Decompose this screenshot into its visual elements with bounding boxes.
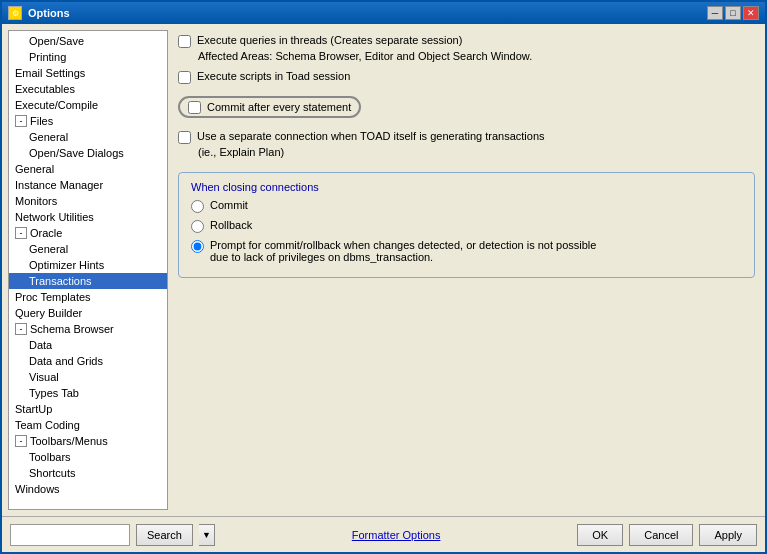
sidebar-item-shortcuts[interactable]: Shortcuts	[9, 465, 167, 481]
execute-threads-checkbox[interactable]	[178, 35, 191, 48]
sidebar-item-optimizer-hints[interactable]: Optimizer Hints	[9, 257, 167, 273]
execute-scripts-checkbox[interactable]	[178, 71, 191, 84]
sidebar-item-files-group[interactable]: -Files	[9, 113, 167, 129]
sidebar-item-open-save[interactable]: Open/Save	[9, 33, 167, 49]
sidebar-item-general-oracle[interactable]: General	[9, 241, 167, 257]
sidebar-item-oracle-group[interactable]: -Oracle	[9, 225, 167, 241]
title-controls: ─ □ ✕	[707, 6, 759, 20]
maximize-button[interactable]: □	[725, 6, 741, 20]
window-title: Options	[28, 7, 70, 19]
separate-connection-label: Use a separate connection when TOAD itse…	[197, 130, 545, 142]
sidebar-item-toolbars[interactable]: Toolbars	[9, 449, 167, 465]
title-bar: ⚙ Options ─ □ ✕	[2, 2, 765, 24]
prompt-radio[interactable]	[191, 240, 204, 253]
expand-toolbars-icon: -	[15, 435, 27, 447]
commit-every-statement-label: Commit after every statement	[207, 101, 351, 113]
sidebar-item-transactions[interactable]: Transactions	[9, 273, 167, 289]
commit-radio[interactable]	[191, 200, 204, 213]
sidebar-item-monitors[interactable]: Monitors	[9, 193, 167, 209]
title-bar-left: ⚙ Options	[8, 6, 70, 20]
rollback-radio-row: Rollback	[191, 219, 742, 233]
sidebar-item-schema-browser-group[interactable]: -Schema Browser	[9, 321, 167, 337]
search-input[interactable]	[10, 524, 130, 546]
sidebar-item-query-builder[interactable]: Query Builder	[9, 305, 167, 321]
sidebar-item-network-utilities[interactable]: Network Utilities	[9, 209, 167, 225]
cancel-button[interactable]: Cancel	[629, 524, 693, 546]
sidebar-item-data[interactable]: Data	[9, 337, 167, 353]
commit-radio-label: Commit	[210, 199, 248, 211]
sidebar-item-data-and-grids[interactable]: Data and Grids	[9, 353, 167, 369]
tree-panel: Open/Save Printing Email Settings Execut…	[8, 30, 168, 510]
sidebar-item-visual[interactable]: Visual	[9, 369, 167, 385]
commit-radio-row: Commit	[191, 199, 742, 213]
rollback-radio[interactable]	[191, 220, 204, 233]
sidebar-item-open-save-dialogs[interactable]: Open/Save Dialogs	[9, 145, 167, 161]
sidebar-item-team-coding[interactable]: Team Coding	[9, 417, 167, 433]
sidebar-item-general-files[interactable]: General	[9, 129, 167, 145]
sidebar-item-executables[interactable]: Executables	[9, 81, 167, 97]
commit-every-statement-highlighted: Commit after every statement	[178, 96, 361, 118]
sidebar-item-toolbars-menus-group[interactable]: -Toolbars/Menus	[9, 433, 167, 449]
tree-scroll: Open/Save Printing Email Settings Execut…	[9, 31, 167, 499]
sidebar-item-types-tab[interactable]: Types Tab	[9, 385, 167, 401]
execute-scripts-option: Execute scripts in Toad session	[178, 70, 755, 84]
when-closing-legend: When closing connections	[191, 181, 742, 193]
ok-button[interactable]: OK	[577, 524, 623, 546]
sidebar-item-startup[interactable]: StartUp	[9, 401, 167, 417]
sidebar-item-printing[interactable]: Printing	[9, 49, 167, 65]
commit-every-statement-checkbox[interactable]	[188, 101, 201, 114]
sidebar-item-windows[interactable]: Windows	[9, 481, 167, 497]
prompt-radio-row: Prompt for commit/rollback when changes …	[191, 239, 742, 263]
rollback-radio-label: Rollback	[210, 219, 252, 231]
commit-every-statement-option: Commit after every statement	[178, 96, 755, 118]
bottom-bar: Search ▼ Formatter Options OK Cancel App…	[2, 516, 765, 552]
options-window: ⚙ Options ─ □ ✕ Open/Save Printing Email…	[0, 0, 767, 554]
app-icon: ⚙	[8, 6, 22, 20]
expand-schema-icon: -	[15, 323, 27, 335]
sidebar-item-proc-templates[interactable]: Proc Templates	[9, 289, 167, 305]
search-dropdown-button[interactable]: ▼	[199, 524, 215, 546]
search-button[interactable]: Search	[136, 524, 193, 546]
close-button[interactable]: ✕	[743, 6, 759, 20]
formatter-options-link[interactable]: Formatter Options	[221, 529, 571, 541]
separate-connection-sublabel: (ie., Explain Plan)	[178, 146, 755, 158]
prompt-radio-label: Prompt for commit/rollback when changes …	[210, 239, 596, 263]
sidebar-item-instance-manager[interactable]: Instance Manager	[9, 177, 167, 193]
execute-threads-label: Execute queries in threads (Creates sepa…	[197, 34, 462, 46]
when-closing-group: When closing connections Commit Rollback…	[178, 172, 755, 278]
execute-threads-sublabel: Affected Areas: Schema Browser, Editor a…	[178, 50, 755, 62]
apply-button[interactable]: Apply	[699, 524, 757, 546]
sidebar-item-execute-compile[interactable]: Execute/Compile	[9, 97, 167, 113]
sidebar-item-email-settings[interactable]: Email Settings	[9, 65, 167, 81]
execute-threads-option: Execute queries in threads (Creates sepa…	[178, 34, 755, 62]
execute-scripts-label: Execute scripts in Toad session	[197, 70, 350, 82]
options-panel: Execute queries in threads (Creates sepa…	[174, 30, 759, 510]
content-area: Open/Save Printing Email Settings Execut…	[2, 24, 765, 516]
separate-connection-option: Use a separate connection when TOAD itse…	[178, 130, 755, 158]
expand-files-icon: -	[15, 115, 27, 127]
expand-oracle-icon: -	[15, 227, 27, 239]
minimize-button[interactable]: ─	[707, 6, 723, 20]
separate-connection-checkbox[interactable]	[178, 131, 191, 144]
sidebar-item-general[interactable]: General	[9, 161, 167, 177]
